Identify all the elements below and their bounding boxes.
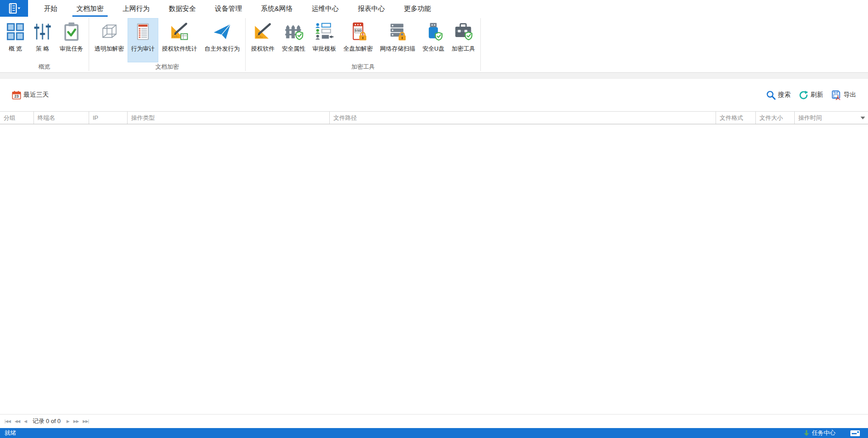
- column-header-operation-time[interactable]: 操作时间: [794, 112, 868, 124]
- pagination-bar: |◀◀ ◀◀ ◀ 记录 0 of 0 ▶ ▶▶ ▶▶|: [0, 414, 868, 428]
- column-header-label: 操作类型: [131, 114, 155, 122]
- status-bar: 就绪 任务中心: [0, 428, 868, 438]
- column-header-group[interactable]: 分组: [0, 112, 33, 124]
- tab-system-network[interactable]: 系统&网络: [251, 0, 302, 17]
- column-header-file-format[interactable]: 文件格式: [716, 112, 755, 124]
- tab-data-security[interactable]: 数据安全: [159, 0, 205, 17]
- next-page-button[interactable]: ▶: [66, 419, 69, 424]
- transparent-encrypt-label: 透明加解密: [95, 45, 124, 53]
- column-header-operation-type[interactable]: 操作类型: [127, 112, 329, 124]
- calendar-icon: 23: [12, 90, 21, 100]
- approval-template-label: 审批模板: [313, 45, 336, 53]
- outgoing-behavior-plane-icon: [212, 22, 232, 42]
- ribbon-group-encryption-tools: 授权软件 安全属性: [246, 17, 480, 72]
- secure-usb-button[interactable]: 安全U盘: [419, 18, 448, 62]
- authorized-software-stats-button[interactable]: 授权软件统计: [158, 18, 201, 62]
- ribbon-group-overview: 概 览 策 略 审批任务: [0, 17, 89, 72]
- outgoing-behavior-label: 自主外发行为: [204, 45, 240, 53]
- tab-home[interactable]: 开始: [34, 0, 67, 17]
- authorized-software-button[interactable]: 授权软件: [247, 18, 278, 62]
- last-page-button[interactable]: ▶▶|: [83, 419, 89, 424]
- network-storage-scan-button[interactable]: 网络存储扫描: [376, 18, 419, 62]
- fast-next-page-button[interactable]: ▶▶: [73, 419, 79, 424]
- ribbon: 概 览 策 略 审批任务: [0, 17, 868, 72]
- export-icon: 人: [831, 90, 841, 100]
- ribbon-group-label-overview: 概览: [1, 62, 88, 72]
- tab-device-management[interactable]: 设备管理: [205, 0, 251, 17]
- column-header-file-path[interactable]: 文件路径: [329, 112, 716, 124]
- prev-page-button[interactable]: ◀: [24, 419, 27, 424]
- overview-button[interactable]: 概 览: [2, 18, 29, 62]
- ribbon-group-label-encryption-tools: 加密工具: [247, 62, 479, 72]
- encryption-tools-button[interactable]: 加密工具: [448, 18, 479, 62]
- refresh-icon: [799, 90, 808, 100]
- ribbon-group-doc-encryption: 透明加解密 行为审计: [89, 17, 245, 72]
- app-menu-icon: [6, 3, 22, 14]
- shield-check-badge: [436, 33, 442, 40]
- date-filter-button[interactable]: 23 最近三天: [12, 90, 49, 100]
- status-right: 任务中心: [803, 429, 863, 437]
- transparent-encrypt-cube-icon: [100, 22, 119, 42]
- column-header-terminal[interactable]: 终端名: [33, 112, 89, 124]
- chevron-down-icon: [860, 116, 865, 120]
- first-page-button[interactable]: |◀◀: [5, 419, 10, 424]
- authorized-software-icon: [253, 22, 273, 42]
- download-arrow-icon: [803, 429, 810, 437]
- date-filter-label: 最近三天: [24, 91, 49, 99]
- task-center-button[interactable]: 任务中心: [803, 429, 835, 437]
- tab-report-center[interactable]: 报表中心: [348, 0, 394, 17]
- behavior-audit-icon: [133, 22, 153, 42]
- secure-usb-icon: [423, 22, 443, 42]
- shield-check-badge: [465, 32, 472, 40]
- approval-tasks-button[interactable]: 审批任务: [56, 18, 87, 62]
- secure-usb-label: 安全U盘: [422, 45, 444, 53]
- search-button[interactable]: 搜索: [766, 90, 791, 100]
- security-attributes-button[interactable]: 安全属性: [278, 18, 309, 62]
- ribbon-group-label-doc-encryption: 文档加密: [90, 62, 244, 72]
- ribbon-bottom-band: [0, 72, 868, 79]
- behavior-audit-button[interactable]: 行为审计: [128, 18, 158, 62]
- column-header-label: 文件大小: [759, 114, 783, 122]
- policy-button[interactable]: 策 略: [29, 18, 56, 62]
- column-header-label: 分组: [4, 114, 15, 122]
- encryption-tools-label: 加密工具: [451, 45, 475, 53]
- table-body[interactable]: [0, 124, 868, 414]
- search-icon: [766, 90, 776, 100]
- tab-more-features[interactable]: 更多功能: [394, 0, 441, 17]
- column-header-label: 终端名: [38, 114, 55, 122]
- fast-prev-page-button[interactable]: ◀◀: [14, 419, 20, 424]
- tab-web-behavior[interactable]: 上网行为: [113, 0, 159, 17]
- app-menu-button[interactable]: [0, 0, 28, 17]
- export-label: 导出: [844, 91, 856, 99]
- toolbar-actions: 搜索 刷新 人 导出: [766, 90, 856, 100]
- outgoing-behavior-button[interactable]: 自主外发行为: [201, 18, 243, 62]
- network-storage-scan-icon: [388, 22, 408, 42]
- column-options-button[interactable]: [860, 116, 865, 120]
- table-header: 分组 终端名 IP 操作类型 文件路径 文件格式 文件大小 操作时间: [0, 111, 868, 124]
- record-count-text: 记录 0 of 0: [33, 417, 61, 425]
- approval-template-button[interactable]: 审批模板: [309, 18, 340, 62]
- full-disk-encrypt-ssd-icon: SSD: [348, 22, 368, 42]
- full-disk-encrypt-button[interactable]: SSD 全盘加解密: [340, 18, 376, 62]
- task-center-label: 任务中心: [812, 429, 835, 437]
- full-disk-encrypt-label: 全盘加解密: [343, 45, 373, 53]
- refresh-button[interactable]: 刷新: [799, 90, 823, 100]
- column-header-ip[interactable]: IP: [89, 112, 127, 124]
- column-header-file-size[interactable]: 文件大小: [755, 112, 794, 124]
- authorized-software-stats-label: 授权软件统计: [162, 45, 197, 53]
- transparent-encrypt-button[interactable]: 透明加解密: [91, 18, 128, 62]
- policy-label: 策 略: [36, 45, 49, 53]
- approval-tasks-label: 审批任务: [60, 45, 83, 53]
- overview-label: 概 览: [9, 45, 22, 53]
- encryption-tools-toolbox-icon: [453, 22, 473, 42]
- security-attributes-fence-icon: [284, 22, 304, 42]
- network-storage-scan-label: 网络存储扫描: [380, 45, 415, 53]
- export-button[interactable]: 人 导出: [831, 90, 856, 100]
- monitor-icon[interactable]: [850, 429, 861, 437]
- svg-text:人: 人: [835, 95, 841, 100]
- tab-ops-center[interactable]: 运维中心: [302, 0, 348, 17]
- tab-document-encryption[interactable]: 文档加密: [67, 0, 113, 17]
- column-header-label: 文件格式: [720, 114, 743, 122]
- search-label: 搜索: [778, 91, 791, 99]
- behavior-audit-label: 行为审计: [131, 45, 155, 53]
